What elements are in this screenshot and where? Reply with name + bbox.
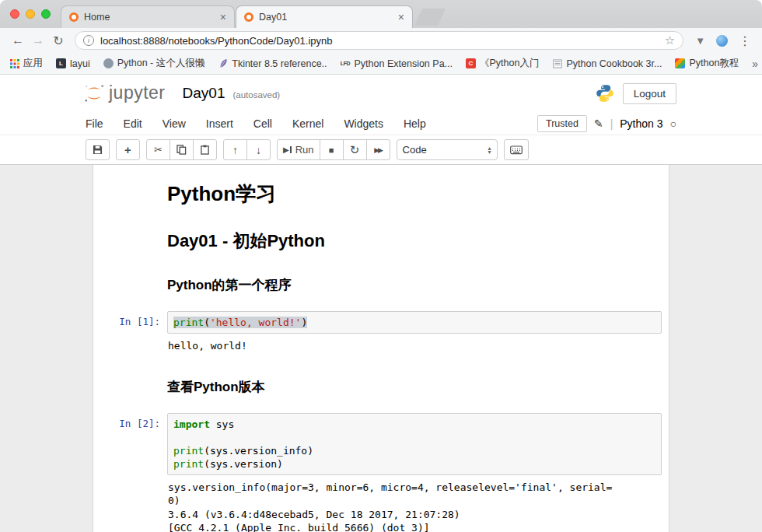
output-prompt (93, 475, 167, 532)
save-button[interactable] (86, 139, 110, 160)
new-tab-button[interactable] (414, 9, 446, 26)
traffic-lights (10, 9, 51, 19)
code-input[interactable]: print('hello, world!') (167, 311, 662, 334)
menu-insert[interactable]: Insert (196, 117, 243, 130)
jupyter-favicon-icon (69, 12, 79, 22)
markdown-heading-4[interactable]: 查看Python版本 (167, 378, 659, 396)
menu-view[interactable]: View (152, 117, 196, 130)
notebook-title[interactable]: Day01 (183, 85, 225, 102)
tab-title: Home (84, 12, 215, 23)
add-cell-button[interactable]: + (116, 139, 140, 160)
fullscreen-window-button[interactable] (41, 9, 51, 19)
menu-file[interactable]: File (86, 117, 114, 130)
cell-type-value: Code (403, 144, 427, 156)
move-cell-up-button[interactable]: ↑ (223, 139, 247, 160)
paste-cell-button[interactable] (193, 139, 217, 160)
bookmark-label: Python Extension Pa... (355, 58, 453, 69)
bookmark-apps[interactable]: 应用 (9, 57, 43, 70)
jupyter-brand-text: jupyter (109, 84, 166, 103)
bookmark-label: 《Python入门 (480, 57, 539, 70)
menu-edit[interactable]: Edit (114, 117, 152, 130)
copy-icon (177, 145, 187, 155)
markdown-heading-3[interactable]: Python的第一个程序 (167, 276, 659, 294)
tab-home[interactable]: Home × (61, 5, 235, 28)
lfd-favicon-icon: LFD (341, 58, 351, 68)
reload-icon[interactable]: ↻ (48, 33, 68, 48)
paste-icon (200, 145, 210, 155)
save-icon (93, 145, 103, 155)
csdn-favicon-icon: C (466, 58, 476, 68)
minimize-window-button[interactable] (26, 9, 35, 19)
kernel-name: Python 3 (620, 117, 662, 130)
trusted-button[interactable]: Trusted (537, 115, 587, 132)
notebook-scroll-area[interactable]: Python学习 Day01 - 初始Python Python的第一个程序 I… (0, 165, 762, 532)
edit-mode-pencil-icon: ✎ (594, 117, 603, 130)
bookmark-python-tutorial[interactable]: Python教程 (675, 57, 739, 70)
feather-favicon-icon (218, 58, 228, 68)
code-cell-2: In [2]: import sys print(sys.version_inf… (93, 413, 669, 475)
move-cell-down-button[interactable]: ↓ (246, 139, 271, 160)
code-cell-1: In [1]: print('hello, world!') (93, 311, 669, 334)
restart-run-all-button[interactable]: ▶▶ (366, 139, 390, 160)
jupyter-menubar: File Edit View Insert Cell Kernel Widget… (0, 112, 762, 135)
layui-favicon-icon: L (56, 58, 66, 68)
bookmark-python-blog[interactable]: Python - 这个人很懒 (103, 57, 205, 70)
markdown-heading-2[interactable]: Day01 - 初始Python (167, 229, 659, 253)
bookmark-label: Python - 这个人很懒 (117, 57, 205, 70)
bookmarks-overflow-icon[interactable]: » (752, 58, 758, 70)
markdown-heading-1[interactable]: Python学习 (167, 180, 659, 208)
logout-button[interactable]: Logout (623, 83, 676, 104)
input-prompt: In [1]: (93, 311, 167, 327)
bookmark-tkinter[interactable]: Tkinter 8.5 reference.. (218, 58, 327, 69)
bookmark-layui[interactable]: L layui (56, 58, 90, 69)
cell-output: sys.version_info(major=3, minor=6, micro… (167, 475, 662, 532)
copy-cell-button[interactable] (170, 139, 194, 160)
interrupt-kernel-button[interactable]: ■ (320, 139, 344, 160)
divider: | (610, 117, 613, 130)
bookmark-python-intro[interactable]: C 《Python入门 (466, 57, 539, 70)
select-stepper-icon: ▴▾ (488, 146, 491, 154)
menu-help[interactable]: Help (393, 117, 436, 130)
tab-title: Day01 (259, 12, 393, 23)
code-input[interactable]: import sys print(sys.version_info)print(… (167, 413, 662, 475)
site-info-icon[interactable]: i (83, 35, 94, 46)
bookmark-cookbook[interactable]: Python Cookbook 3r... (552, 58, 662, 69)
extension-globe-icon[interactable] (716, 35, 728, 47)
cell-type-select[interactable]: Code ▴▾ (397, 139, 498, 160)
tab-close-icon[interactable]: × (398, 12, 404, 23)
run-cell-button[interactable]: ▶ Run (277, 139, 320, 160)
jupyter-header: jupyter Day01 (autosaved) Logout (0, 75, 762, 112)
tab-close-icon[interactable]: × (220, 12, 226, 23)
bookmark-label: Tkinter 8.5 reference.. (232, 58, 327, 69)
command-palette-button[interactable] (504, 139, 529, 160)
cut-cell-button[interactable]: ✂ (146, 139, 170, 160)
bookmark-label: layui (70, 58, 90, 69)
cell-output-row: hello, world! (93, 334, 669, 355)
run-icon: ▶ (283, 145, 292, 154)
address-bar[interactable]: i localhost:8888/notebooks/PythonCode/Da… (75, 31, 683, 50)
keyboard-icon (510, 145, 523, 155)
menu-widgets[interactable]: Widgets (334, 117, 393, 130)
tab-day01[interactable]: Day01 × (236, 5, 413, 28)
back-icon[interactable]: ← (8, 33, 28, 47)
bookmark-label: Python Cookbook 3r... (566, 58, 662, 69)
chrome-menu-icon[interactable]: ⋮ (739, 33, 751, 48)
browser-window: Home × Day01 × ← → ↻ i localhost:8888/no… (0, 0, 762, 532)
bookmark-lfd[interactable]: LFD Python Extension Pa... (341, 58, 453, 69)
output-prompt (93, 334, 167, 355)
bookmark-label: Python教程 (689, 57, 739, 70)
tutorial-favicon-icon (675, 58, 685, 68)
bookmark-label: 应用 (23, 57, 43, 70)
jupyter-logo-icon (82, 83, 106, 103)
bookmark-star-icon[interactable]: ☆ (665, 33, 675, 47)
menu-cell[interactable]: Cell (243, 117, 282, 130)
extension-triangle-icon[interactable]: ▼ (695, 35, 705, 47)
close-window-button[interactable] (10, 9, 19, 19)
restart-kernel-button[interactable]: ↻ (343, 139, 367, 160)
jupyter-logo[interactable]: jupyter (82, 83, 166, 103)
forward-icon[interactable]: → (28, 33, 48, 47)
menu-kernel[interactable]: Kernel (282, 117, 334, 130)
run-label: Run (295, 144, 314, 156)
cell-output-row: sys.version_info(major=3, minor=6, micro… (93, 475, 669, 532)
blog-favicon-icon (103, 58, 114, 68)
